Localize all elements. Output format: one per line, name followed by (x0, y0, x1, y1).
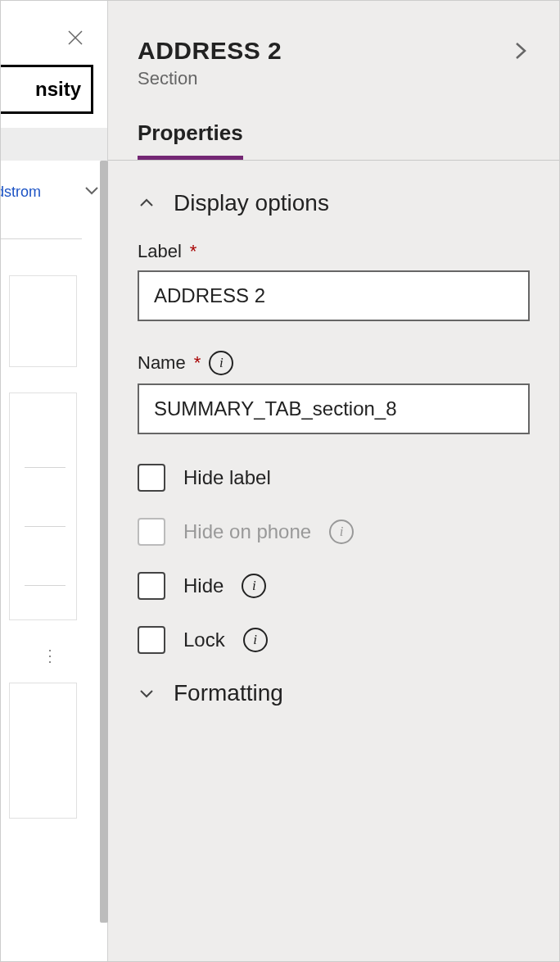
group-formatting-header[interactable]: Formatting (138, 680, 530, 706)
left-link-row[interactable]: dstrom (1, 181, 107, 202)
chevron-right-icon[interactable] (510, 40, 531, 65)
placeholder-box (9, 393, 77, 620)
panel-body: Display options Label * Name * i Hide la… (108, 161, 559, 706)
hide-checkbox[interactable] (138, 572, 165, 600)
group-display-options-title: Display options (174, 190, 329, 216)
tab-properties[interactable]: Properties (138, 120, 243, 160)
hide-label-checkbox[interactable] (138, 464, 165, 492)
info-icon[interactable]: i (243, 628, 268, 652)
lock-text: Lock (183, 628, 225, 651)
group-display-options-header[interactable]: Display options (138, 190, 530, 216)
tabs: Properties (108, 120, 559, 161)
required-indicator: * (190, 241, 197, 262)
panel-title: ADDRESS 2 (138, 37, 530, 65)
chevron-down-icon (83, 181, 101, 202)
hide-on-phone-text: Hide on phone (183, 520, 311, 543)
info-icon[interactable]: i (329, 520, 354, 544)
density-button-label: nsity (35, 78, 81, 101)
label-field-block: Label * (138, 241, 530, 321)
group-formatting-title: Formatting (174, 680, 283, 706)
panel-header: ADDRESS 2 Section (108, 1, 559, 89)
name-field-label: Name * i (138, 351, 530, 375)
required-indicator: * (194, 352, 201, 374)
close-icon[interactable] (63, 25, 88, 50)
divider (25, 526, 65, 527)
left-band (1, 128, 107, 161)
divider (25, 585, 65, 586)
scrollbar[interactable] (100, 161, 108, 923)
name-field-block: Name * i (138, 351, 530, 434)
chevron-down-icon (138, 684, 156, 702)
panel-subtitle: Section (138, 68, 530, 89)
density-button[interactable]: nsity (0, 65, 93, 114)
label-field-label: Label * (138, 241, 530, 262)
hide-label-row: Hide label (138, 464, 530, 492)
chevron-up-icon (138, 194, 156, 212)
placeholder-box (9, 683, 77, 819)
info-icon[interactable]: i (209, 351, 233, 375)
label-input[interactable] (138, 270, 530, 321)
name-input[interactable] (138, 383, 530, 434)
hide-label-text: Hide label (183, 466, 271, 489)
placeholder-box (9, 275, 77, 367)
properties-panel: ADDRESS 2 Section Properties Display opt… (108, 1, 559, 961)
lock-row: Lock i (138, 626, 530, 654)
hide-row: Hide i (138, 572, 530, 600)
hide-text: Hide (183, 574, 224, 597)
hide-on-phone-row: Hide on phone i (138, 518, 530, 546)
left-strip: nsity dstrom ⋮ (1, 1, 108, 961)
divider (0, 238, 82, 239)
more-icon[interactable]: ⋮ (42, 646, 60, 665)
lock-checkbox[interactable] (138, 626, 165, 654)
left-link-text: dstrom (0, 184, 41, 201)
info-icon[interactable]: i (242, 574, 266, 598)
divider (25, 467, 65, 468)
hide-on-phone-checkbox (138, 518, 165, 546)
